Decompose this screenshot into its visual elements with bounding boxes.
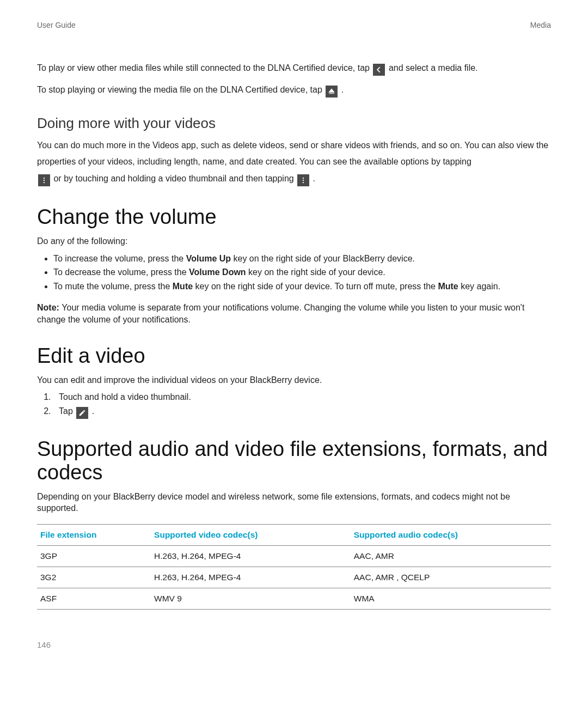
list-item: Tap . bbox=[53, 405, 551, 419]
text: key on the right side of your device. bbox=[246, 267, 385, 277]
table-header-row: File extension Supported video codec(s) … bbox=[37, 524, 551, 545]
text: To increase the volume, press the bbox=[53, 254, 186, 263]
svg-point-6 bbox=[303, 179, 304, 180]
table-cell: 3GP bbox=[37, 545, 151, 567]
intro-line-2: To stop playing or viewing the media fil… bbox=[37, 82, 551, 98]
document-page: User Guide Media To play or view other m… bbox=[0, 0, 588, 666]
supported-lead: Depending on your BlackBerry device mode… bbox=[37, 491, 551, 514]
bold-text: Volume Down bbox=[189, 267, 246, 277]
table-cell: WMA bbox=[351, 588, 551, 609]
edit-video-lead: You can edit and improve the individual … bbox=[37, 374, 551, 386]
change-volume-list: To increase the volume, press the Volume… bbox=[37, 253, 551, 293]
table-cell: AAC, AMR , QCELP bbox=[351, 567, 551, 588]
bold-text: Mute bbox=[173, 282, 193, 291]
text: . bbox=[313, 174, 315, 183]
svg-point-2 bbox=[44, 177, 45, 178]
text: key again. bbox=[458, 282, 500, 291]
svg-point-7 bbox=[303, 181, 304, 182]
heading-doing-more: Doing more with your videos bbox=[37, 115, 551, 132]
table-cell: H.263, H.264, MPEG-4 bbox=[151, 545, 351, 567]
back-icon bbox=[373, 64, 385, 76]
text: To decrease the volume, press the bbox=[53, 267, 189, 277]
text: To mute the volume, press the bbox=[53, 282, 173, 291]
header-left: User Guide bbox=[37, 21, 76, 29]
edit-video-steps: Touch and hold a video thumbnail. Tap . bbox=[37, 391, 551, 419]
table-cell: WMV 9 bbox=[151, 588, 351, 609]
table-cell: AAC, AMR bbox=[351, 545, 551, 567]
heading-change-volume: Change the volume bbox=[37, 205, 551, 229]
table-cell: ASF bbox=[37, 588, 151, 609]
change-volume-lead: Do any of the following: bbox=[37, 235, 551, 247]
bold-text: Mute bbox=[438, 282, 458, 291]
heading-edit-video: Edit a video bbox=[37, 344, 551, 368]
table-header: Supported video codec(s) bbox=[151, 524, 351, 545]
bold-text: Volume Up bbox=[186, 254, 231, 263]
text: To play or view other media files while … bbox=[37, 63, 372, 72]
running-header: User Guide Media bbox=[37, 21, 551, 29]
table-row: ASF WMV 9 WMA bbox=[37, 588, 551, 609]
note-text: Your media volume is separate from your … bbox=[37, 303, 524, 324]
change-volume-note: Note: Your media volume is separate from… bbox=[37, 302, 551, 325]
page-number: 146 bbox=[37, 640, 551, 649]
text: You can do much more in the Videos app, … bbox=[37, 141, 548, 166]
text: Tap bbox=[59, 406, 75, 416]
text: or by touching and holding a video thumb… bbox=[53, 174, 296, 183]
table-cell: H.263, H.264, MPEG-4 bbox=[151, 567, 351, 588]
svg-marker-0 bbox=[329, 89, 334, 93]
edit-pencil-icon bbox=[76, 407, 88, 419]
text: Touch and hold a video thumbnail. bbox=[59, 392, 191, 401]
list-item: To mute the volume, press the Mute key o… bbox=[53, 281, 551, 293]
svg-point-4 bbox=[44, 181, 45, 182]
text: . bbox=[92, 406, 94, 416]
text: key on the right side of your device. To… bbox=[193, 282, 438, 291]
list-item: Touch and hold a video thumbnail. bbox=[53, 391, 551, 403]
table-cell: 3G2 bbox=[37, 567, 151, 588]
text: and select a media file. bbox=[389, 63, 478, 72]
codec-table: File extension Supported video codec(s) … bbox=[37, 524, 551, 610]
note-label: Note: bbox=[37, 303, 62, 312]
table-header: Supported audio codec(s) bbox=[351, 524, 551, 545]
header-right: Media bbox=[530, 21, 551, 29]
list-item: To increase the volume, press the Volume… bbox=[53, 253, 551, 265]
overflow-menu-icon bbox=[297, 174, 309, 186]
text: key on the right side of your BlackBerry… bbox=[231, 254, 415, 263]
stop-cast-icon bbox=[326, 86, 338, 98]
overflow-menu-icon bbox=[38, 174, 50, 186]
intro-line-1: To play or view other media files while … bbox=[37, 60, 551, 76]
table-row: 3G2 H.263, H.264, MPEG-4 AAC, AMR , QCEL… bbox=[37, 567, 551, 588]
doing-more-body: You can do much more in the Videos app, … bbox=[37, 137, 551, 187]
svg-point-3 bbox=[44, 179, 45, 180]
svg-point-5 bbox=[303, 177, 304, 178]
list-item: To decrease the volume, press the Volume… bbox=[53, 266, 551, 278]
heading-supported-codecs: Supported audio and video file extension… bbox=[37, 437, 551, 484]
table-row: 3GP H.263, H.264, MPEG-4 AAC, AMR bbox=[37, 545, 551, 567]
text: . bbox=[341, 85, 344, 94]
table-header: File extension bbox=[37, 524, 151, 545]
text: To stop playing or viewing the media fil… bbox=[37, 85, 324, 94]
